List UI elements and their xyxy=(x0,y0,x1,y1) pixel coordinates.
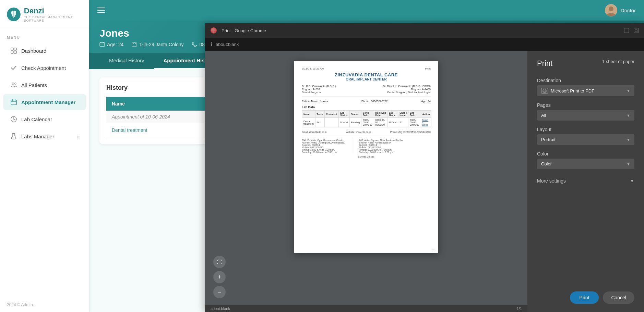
patient-age-label: Age: xyxy=(421,100,427,103)
svg-rect-3 xyxy=(11,51,13,53)
pages-chevron-icon: ▼ xyxy=(627,113,630,117)
print-patient-name: Jones xyxy=(320,100,328,103)
svg-point-6 xyxy=(15,83,16,84)
layout-value: Portrait xyxy=(541,137,627,142)
address-icon xyxy=(132,42,137,47)
doctor-left-reg: Reg. no. A-237 xyxy=(302,88,336,91)
labs-icon xyxy=(10,133,17,140)
print-footer-contact: Email: zinzu@zdc.co.in Website: www.zdc.… xyxy=(302,131,431,133)
svg-rect-19 xyxy=(132,43,137,46)
sidebar-item-appointment-manager[interactable]: Appointment Manager xyxy=(3,94,86,110)
doctor-left-title: Dental Surgeon xyxy=(302,91,336,94)
address-text: about:blank xyxy=(216,42,239,47)
make-done-link[interactable]: Make it Done xyxy=(422,119,428,126)
patient-age-item: Age: 24 xyxy=(99,42,123,47)
print-button[interactable]: Print xyxy=(570,291,599,304)
cancel-button[interactable]: Cancel xyxy=(603,291,634,304)
patient-address-item: 1-jh-29 Janta Colony xyxy=(132,42,183,47)
sidebar-footer: 2024 © Admin. xyxy=(0,298,89,312)
minimize-button[interactable]: — xyxy=(624,28,629,33)
svg-rect-2 xyxy=(14,48,16,50)
print-patient-age: 24 xyxy=(428,100,431,103)
print-actions: Print Cancel xyxy=(537,283,634,304)
print-contact-phone: Phone: (M) 9825025590, 9825446600 xyxy=(390,131,431,133)
lab-row-ent-date: 0000-00-00 00:00:00 xyxy=(408,118,421,127)
print-body: 6/11/24, 11:26 AM Print ZINZUVADIA DENTA… xyxy=(205,51,644,312)
th-lab-name: Lab Name xyxy=(387,111,398,118)
more-settings-chevron-icon: ▼ xyxy=(630,178,634,184)
destination-select[interactable]: Microsoft Print to PDF ▼ xyxy=(537,85,634,96)
th-ent-date: Ent Date xyxy=(408,111,421,118)
dashboard-icon xyxy=(10,47,17,54)
pages-label: Pages xyxy=(537,102,634,108)
treatment-link[interactable]: Dental treatment xyxy=(112,127,147,133)
sidebar-item-lab-calendar[interactable]: Lab Calendar xyxy=(3,111,86,127)
th-lab-status: Lab Status xyxy=(339,111,350,118)
printer-icon xyxy=(541,88,548,93)
th-received-date: Recieved Date xyxy=(374,111,387,118)
th-action: Action xyxy=(421,111,431,118)
print-addr-right: 202, Asian Square, Near Armieda Sindhu B… xyxy=(359,139,403,153)
more-settings-row[interactable]: More settings ▼ xyxy=(537,178,634,184)
doc-info: Dr. K.C. Zinzuvadia (B.D.S.) Reg. no. A-… xyxy=(302,85,431,94)
sidebar-item-labs-manager[interactable]: Labs Manager › xyxy=(3,128,86,144)
zoom-out-button[interactable]: − xyxy=(213,286,226,298)
calendar-small-icon xyxy=(99,42,105,47)
sidebar-item-label-calendar: Lab Calendar xyxy=(21,116,52,122)
print-website: Website: www.zdc.co.in xyxy=(346,131,371,133)
lab-data-label: Lab Data xyxy=(302,105,431,109)
layout-select[interactable]: Portrait ▼ xyxy=(537,134,634,145)
lab-row-shade-name: A2 xyxy=(398,118,408,127)
destination-chevron-icon: ▼ xyxy=(627,89,630,93)
top-bar: Doctor xyxy=(89,0,644,21)
maximize-button[interactable]: □ xyxy=(634,28,639,33)
appointment-icon xyxy=(10,99,17,105)
hamburger-menu[interactable] xyxy=(97,8,105,13)
sunday-closed: Sunday Closed xyxy=(302,155,431,158)
svg-point-27 xyxy=(546,90,546,91)
lab-table-row: Dental treatment 14 Normal Pending 0000-… xyxy=(302,118,431,127)
sidebar-item-all-patients[interactable]: All Patients xyxy=(3,77,86,93)
fit-zoom-button[interactable]: ⛶ xyxy=(213,256,226,268)
phone-icon xyxy=(192,42,197,47)
pages-setting: Pages All ▼ xyxy=(537,102,634,121)
patient-address: 1-jh-29 Janta Colony xyxy=(139,42,183,47)
sidebar-item-check-appointment[interactable]: Check Appointment xyxy=(3,60,86,76)
user-avatar xyxy=(605,4,617,16)
lab-row-lab-status: Normal xyxy=(339,118,350,127)
user-info: Doctor xyxy=(605,4,636,16)
print-timestamp: 6/11/24, 11:26 AM xyxy=(302,67,324,70)
doctor-right-reg: Reg. no. A-1459 xyxy=(383,88,431,91)
info-icon: ℹ xyxy=(211,41,212,47)
lab-data-table: Name Teeth Comment Lab Status Status Sen… xyxy=(302,110,431,127)
chrome-titlebar: Print - Google Chrome — □ xyxy=(205,23,644,38)
print-email: Email: zinzu@zdc.co.in xyxy=(302,131,326,133)
color-label: Color xyxy=(537,151,634,157)
preview-footer-about: about:blank xyxy=(211,307,230,311)
lab-row-action[interactable]: Make it Done xyxy=(421,118,431,127)
doctor-right-name: Dr. Bimal K. Zinzuvadia (B.D.S., FICOI) xyxy=(383,85,431,88)
print-label: Print xyxy=(425,67,431,70)
labs-chevron-icon: › xyxy=(77,134,79,139)
sidebar-item-label-labs: Labs Manager xyxy=(21,134,54,139)
svg-point-5 xyxy=(12,83,14,85)
logo-icon xyxy=(7,6,21,23)
sidebar-item-label-dashboard: Dashboard xyxy=(21,48,46,54)
logo-title: Denzi xyxy=(24,7,82,15)
th-shade-name: Shade Name xyxy=(398,111,408,118)
zoom-in-button[interactable]: + xyxy=(213,271,226,283)
calendar-icon xyxy=(10,116,17,123)
color-chevron-icon: ▼ xyxy=(627,162,630,166)
pages-select[interactable]: All ▼ xyxy=(537,110,634,121)
destination-setting: Destination Microsoft Print to PDF ▼ xyxy=(537,78,634,96)
th-name: Name xyxy=(302,111,315,118)
tab-medical-history[interactable]: Medical History xyxy=(99,53,154,69)
user-name: Doctor xyxy=(621,8,636,13)
sidebar-item-dashboard[interactable]: Dashboard xyxy=(3,43,86,59)
color-select[interactable]: Color ▼ xyxy=(537,159,634,169)
print-page: 6/11/24, 11:26 AM Print ZINZUVADIA DENTA… xyxy=(294,61,438,253)
page-number: 1/1 xyxy=(431,248,435,251)
patient-age: Age: 24 xyxy=(107,42,123,47)
sidebar-item-label-patients: All Patients xyxy=(21,82,47,88)
lab-row-send-date: 0000-00-00 00:00:00 xyxy=(361,118,374,127)
